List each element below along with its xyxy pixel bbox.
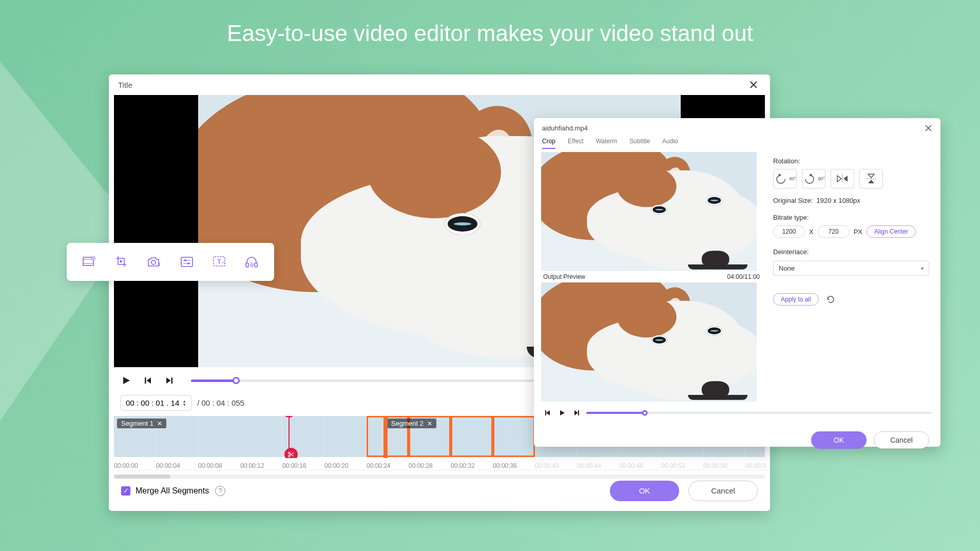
timeline-thumb[interactable] bbox=[324, 416, 367, 457]
reset-crop-button[interactable] bbox=[826, 295, 835, 304]
step-back-icon bbox=[544, 409, 551, 416]
camera-icon bbox=[147, 256, 161, 268]
ok-button[interactable]: OK bbox=[610, 481, 679, 501]
tab-effect[interactable]: Effect bbox=[568, 138, 583, 149]
timeline-thumb[interactable] bbox=[451, 416, 493, 457]
cancel-button[interactable]: Cancel bbox=[688, 481, 758, 501]
rotate-cw-icon bbox=[802, 173, 817, 184]
svg-point-20 bbox=[187, 262, 189, 264]
rotate-cw-button[interactable]: 90° bbox=[802, 169, 825, 188]
next-button[interactable] bbox=[163, 374, 176, 387]
cut-marker[interactable] bbox=[284, 448, 298, 458]
tool-palette: T bbox=[67, 243, 274, 281]
svg-marker-29 bbox=[809, 174, 812, 177]
flip-vertical-button[interactable] bbox=[859, 169, 883, 188]
rotation-label: Rotation: bbox=[773, 157, 929, 165]
window-title: Title bbox=[118, 81, 132, 89]
step-forward-icon bbox=[573, 409, 580, 416]
svg-point-15 bbox=[151, 260, 156, 264]
svg-marker-34 bbox=[868, 180, 874, 183]
original-size-value: 1920 x 1080px bbox=[817, 197, 860, 204]
time-ruler: 00:00:0000:00:0400:00:0800:00:1200:00:16… bbox=[114, 462, 765, 469]
flip-horizontal-button[interactable] bbox=[831, 169, 854, 188]
deinterlace-label: Deinterlace: bbox=[773, 248, 929, 256]
svg-rect-23 bbox=[246, 263, 248, 267]
text-tool[interactable]: T bbox=[211, 254, 227, 270]
trim-tool[interactable] bbox=[81, 254, 98, 270]
svg-marker-4 bbox=[166, 377, 171, 384]
svg-marker-30 bbox=[837, 176, 841, 182]
crop-tool[interactable] bbox=[113, 254, 130, 270]
crop-filename: aiduhfiahd.mp4 bbox=[542, 124, 588, 132]
svg-marker-28 bbox=[779, 174, 781, 177]
tab-watermark[interactable]: Waterm bbox=[595, 138, 617, 149]
filmstrip-cut-icon bbox=[82, 255, 97, 269]
skip-next-icon bbox=[165, 376, 174, 385]
flip-h-icon bbox=[836, 174, 849, 184]
play-button[interactable] bbox=[120, 374, 132, 387]
help-icon[interactable]: ? bbox=[215, 486, 225, 496]
bitrate-label: Bitrate type: bbox=[773, 214, 929, 221]
tab-crop[interactable]: Crop bbox=[542, 138, 555, 149]
adjust-tool[interactable] bbox=[179, 254, 195, 270]
svg-rect-24 bbox=[255, 263, 257, 267]
timecode-current: 00 : 00 : 01 . 14 bbox=[126, 398, 179, 407]
deinterlace-select[interactable]: None ▾ bbox=[773, 261, 929, 276]
segment-1-remove-icon[interactable]: ✕ bbox=[157, 420, 162, 427]
timeline-thumb[interactable] bbox=[493, 416, 535, 457]
tab-subtitle[interactable]: Subtitle bbox=[629, 138, 650, 149]
crop-window: aiduhfiahd.mp4 Crop Effect Waterm Subtit… bbox=[534, 118, 940, 447]
svg-marker-38 bbox=[560, 410, 565, 415]
timecode-input[interactable]: 00 : 00 : 01 . 14 ▲▼ bbox=[120, 395, 192, 411]
rotate-ccw-icon bbox=[774, 173, 788, 184]
timeline-thumb[interactable] bbox=[198, 416, 240, 457]
crop-close-button[interactable] bbox=[925, 124, 932, 132]
text-icon: T bbox=[213, 256, 226, 268]
bitrate-height-input[interactable]: 720 bbox=[818, 225, 850, 238]
crop-prev-frame-button[interactable] bbox=[543, 407, 552, 419]
bitrate-width-input[interactable]: 1200 bbox=[773, 225, 805, 238]
crop-next-frame-button[interactable] bbox=[572, 407, 581, 419]
scissors-icon bbox=[287, 451, 295, 458]
crop-seek-slider[interactable] bbox=[586, 412, 931, 414]
svg-marker-36 bbox=[546, 410, 550, 415]
svg-marker-33 bbox=[868, 174, 874, 178]
merge-label: Merge All Segments bbox=[136, 486, 209, 496]
close-button[interactable] bbox=[746, 78, 761, 92]
original-size-label: Original Size: bbox=[773, 197, 813, 204]
timecode-stepper[interactable]: ▲▼ bbox=[182, 400, 186, 407]
crop-play-button[interactable] bbox=[558, 407, 567, 419]
timecode-total: / 00 : 04 : 055 bbox=[197, 398, 244, 407]
close-icon bbox=[749, 80, 758, 89]
timeline-thumb[interactable] bbox=[240, 416, 282, 457]
segment-2-label[interactable]: Segment 2✕ bbox=[387, 419, 436, 428]
refresh-icon bbox=[826, 295, 835, 304]
svg-rect-37 bbox=[545, 410, 546, 415]
apply-to-all-button[interactable]: Apply to all bbox=[773, 293, 819, 306]
segment-1-label[interactable]: Segment 1✕ bbox=[117, 419, 166, 428]
sliders-icon bbox=[180, 256, 194, 268]
skip-prev-icon bbox=[143, 376, 152, 385]
align-center-button[interactable]: Align Center bbox=[867, 225, 916, 238]
svg-marker-39 bbox=[574, 410, 578, 415]
promo-headline: Easy-to-use video editor makes your vide… bbox=[0, 21, 980, 46]
svg-point-18 bbox=[184, 259, 186, 261]
svg-rect-40 bbox=[578, 410, 579, 415]
crop-icon bbox=[115, 255, 128, 269]
segment-2-remove-icon[interactable]: ✕ bbox=[427, 420, 432, 427]
crop-cancel-button[interactable]: Cancel bbox=[874, 431, 929, 449]
crop-source-preview[interactable] bbox=[541, 152, 757, 271]
close-icon bbox=[925, 124, 932, 132]
output-preview-label: Output Preview bbox=[543, 273, 585, 280]
play-icon bbox=[559, 409, 566, 416]
prev-button[interactable] bbox=[142, 374, 154, 387]
merge-checkbox[interactable]: ✓ bbox=[121, 486, 130, 496]
svg-rect-2 bbox=[145, 377, 146, 384]
snapshot-tool[interactable] bbox=[146, 254, 162, 270]
rotate-ccw-button[interactable]: 90° bbox=[773, 169, 797, 188]
bitrate-px: PX bbox=[854, 228, 862, 236]
svg-marker-3 bbox=[147, 377, 151, 384]
audio-tool[interactable] bbox=[243, 254, 260, 270]
crop-ok-button[interactable]: OK bbox=[811, 431, 867, 449]
tab-audio[interactable]: Audio bbox=[662, 138, 678, 149]
